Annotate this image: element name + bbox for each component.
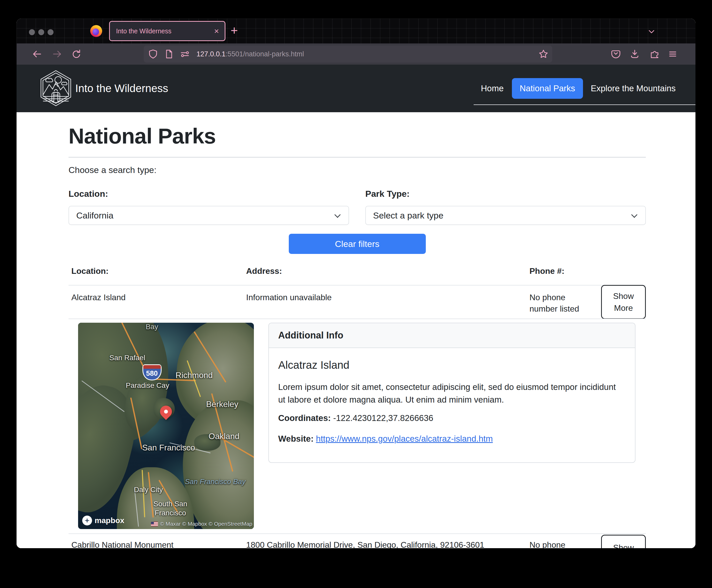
tab-close-icon[interactable]: × — [208, 27, 225, 35]
downloads-icon[interactable] — [627, 43, 642, 65]
row-border — [68, 285, 646, 286]
row1-show-more-label: Show More — [609, 290, 638, 314]
row2-address: 1800 Cabrillo Memorial Drive, San Diego,… — [246, 539, 484, 548]
website-line: Website: https://www.nps.gov/places/alca… — [278, 434, 493, 444]
map-label-paradise-cay: Paradise Cay — [126, 381, 169, 390]
page-content: National Parks Choose a search type: Loc… — [17, 112, 695, 548]
mapbox-wordmark: mapbox — [94, 516, 124, 525]
window-controls[interactable] — [29, 29, 53, 35]
row-border — [68, 319, 646, 319]
map-attribution[interactable]: © Maxar © Mapbox © OpenStreetMap — [151, 521, 252, 527]
park-name: Alcatraz Island — [278, 359, 349, 371]
map-label-daly-city: Daly City — [134, 486, 163, 494]
website-label: Website: — [278, 434, 314, 443]
additional-info-card: Additional Info Alcatraz Island Lorem ip… — [268, 323, 635, 463]
search-type-prompt: Choose a search type: — [68, 165, 156, 175]
row2-show-more-label: Show More — [609, 542, 638, 548]
url-text[interactable]: 127.0.0.1:5501/national-parks.html — [196, 50, 304, 58]
map-label-san-francisco: San Francisco — [142, 443, 195, 452]
tab-list-chevron-icon[interactable] — [646, 26, 657, 38]
bookmark-star-icon[interactable] — [538, 49, 548, 60]
location-filter-label: Location: — [68, 189, 108, 199]
browser-toolbar: 127.0.0.1:5501/national-parks.html — [17, 43, 695, 65]
menu-hamburger-icon[interactable] — [666, 43, 680, 65]
url-bar[interactable]: 127.0.0.1:5501/national-parks.html — [144, 45, 552, 63]
browser-window: Into the Wilderness × + — [17, 19, 695, 548]
wilderness-logo-icon — [39, 70, 72, 108]
site-brand: Into the Wilderness — [75, 65, 168, 112]
permissions-sliders-icon[interactable] — [180, 49, 190, 59]
row1-phone: No phone number listed — [530, 292, 594, 314]
row2-show-more-button[interactable]: Show More — [601, 535, 646, 548]
attribution-text: © Maxar © Mapbox © OpenStreetMap — [160, 521, 252, 527]
reload-icon[interactable] — [69, 43, 84, 65]
url-path: :5501/national-parks.html — [226, 50, 304, 58]
site-header: Into the Wilderness Home National Parks … — [17, 65, 695, 112]
page-info-icon[interactable] — [165, 49, 173, 59]
back-icon[interactable] — [30, 43, 44, 65]
browser-tab-bar: Into the Wilderness × + — [17, 19, 695, 43]
map-label-san-rafael: San Rafael — [109, 354, 145, 362]
location-select-value: California — [76, 210, 113, 220]
us-flag-icon — [151, 522, 158, 526]
content-container: National Parks Choose a search type: Loc… — [68, 112, 646, 548]
map-label-sf-bay: San Francisco Bay — [183, 477, 247, 486]
tracking-shield-icon[interactable] — [148, 49, 158, 59]
website-link[interactable]: https://www.nps.gov/places/alcatraz-isla… — [316, 434, 493, 443]
map-label-south-sf: South San Francisco — [142, 499, 199, 518]
park-type-select-value: Select a park type — [373, 210, 444, 220]
divider — [68, 157, 646, 158]
coordinates-value: -122.4230122,37.8266636 — [333, 413, 433, 423]
row-border — [68, 533, 646, 534]
firefox-icon — [90, 25, 102, 37]
mapbox-logo[interactable]: mapbox — [82, 516, 124, 525]
map-landmass — [117, 467, 194, 529]
maximize-window-button[interactable] — [48, 29, 53, 35]
map-label-oakland: Oakland — [209, 431, 239, 441]
forward-icon[interactable] — [50, 43, 64, 65]
row2-phone: No phone number listed — [530, 539, 594, 548]
browser-tab[interactable]: Into the Wilderness × — [109, 21, 225, 41]
additional-info-header: Additional Info — [269, 323, 635, 348]
column-header-phone: Phone #: — [530, 266, 594, 276]
nav-link-national-parks[interactable]: National Parks — [512, 78, 583, 99]
mapbox-star-icon — [82, 516, 92, 525]
nav-link-home[interactable]: Home — [481, 65, 504, 112]
park-description: Lorem ipsum dolor sit amet, consectetur … — [278, 381, 620, 406]
extensions-puzzle-icon[interactable] — [647, 43, 662, 65]
pocket-icon[interactable] — [609, 43, 623, 65]
clear-filters-button[interactable]: Clear filters — [289, 234, 426, 254]
desktop-background: Into the Wilderness × + — [0, 0, 712, 588]
map-label-richmond: Richmond — [175, 371, 213, 380]
new-tab-button[interactable]: + — [231, 23, 238, 38]
row2-location: Cabrillo National Monument — [71, 539, 173, 548]
map-label-bay: Bay — [146, 323, 158, 331]
column-header-location: Location: — [71, 266, 109, 276]
park-type-select[interactable]: Select a park type — [365, 206, 646, 225]
map-label-berkeley: Berkeley — [206, 399, 238, 409]
page-viewport: Into the Wilderness Home National Parks … — [17, 65, 695, 548]
tab-title: Into the Wilderness — [110, 27, 208, 35]
close-window-button[interactable] — [29, 29, 35, 35]
park-type-filter-label: Park Type: — [365, 189, 410, 199]
nav-link-explore-mountains[interactable]: Explore the Mountains — [591, 65, 675, 112]
row1-show-more-button[interactable]: Show More — [601, 285, 646, 319]
location-select[interactable]: California — [68, 206, 349, 225]
row1-location: Alcatraz Island — [71, 292, 126, 303]
minimize-window-button[interactable] — [38, 29, 44, 35]
row1-address: Information unavailable — [246, 292, 332, 303]
route-number: 580 — [146, 370, 158, 377]
additional-info-title: Additional Info — [269, 330, 343, 341]
url-host: 127.0.0.1 — [196, 50, 226, 58]
coordinates-line: Coordinates: -122.4230122,37.8266636 — [278, 413, 433, 423]
page-title: National Parks — [68, 124, 216, 149]
coordinates-label: Coordinates: — [278, 413, 331, 423]
park-map[interactable]: Bay San Rafael 580 Richmond Paradise Cay… — [78, 323, 254, 529]
column-header-address: Address: — [246, 266, 282, 276]
